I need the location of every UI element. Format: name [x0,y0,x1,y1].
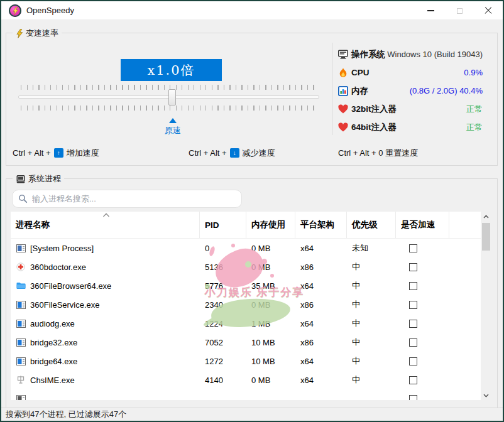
column-header-filler [449,212,481,238]
scrollbar-down-button[interactable] [481,391,491,400]
process-arch: x86 [295,333,347,352]
process-arch [295,389,347,400]
maximize-icon [457,8,463,14]
speed-group-title: 变速速率 [26,28,58,39]
search-icon [18,194,28,203]
accelerate-checkbox[interactable] [409,376,417,384]
table-scrollbar[interactable] [481,212,491,400]
arrow-up-key-icon: ↑ [54,148,63,158]
column-header-pid[interactable]: PID [200,212,246,238]
process-name: 360bdoctor.exe [30,262,86,272]
title-bar: OpenSpeedy [1,1,503,20]
process-arch: x64 [295,239,347,257]
medical-cross-icon [16,262,26,272]
process-memory: 0 MB [246,257,295,276]
ime-icon [16,375,26,385]
process-pid: 2340 [200,295,246,314]
speed-slider-handle[interactable] [168,89,176,106]
process-pid: 7052 [200,333,246,352]
origin-speed-label: 原速 [154,125,192,136]
info-row-injector32: 32bit注入器 正常 [338,100,483,118]
scrollbar-thumb[interactable] [482,223,490,251]
accelerate-checkbox[interactable] [409,357,417,365]
table-row[interactable] [11,389,481,400]
table-row[interactable]: 360bdoctor.exe 5136 0 MB x86 中 [11,257,481,276]
table-row[interactable]: audiodg.exe 1224 1 MB x64 中 [11,314,481,333]
close-button[interactable] [474,1,503,20]
window-icon [16,318,26,328]
accelerate-checkbox[interactable] [409,320,417,328]
window-icon [16,356,26,366]
window-icon [16,337,26,347]
process-priority: 中 [347,352,396,371]
heart-icon [338,122,348,133]
window-title: OpenSpeedy [26,6,74,15]
table-row[interactable]: 360FileBrowser64.exe 5776 35 MB x64 中 [11,276,481,295]
column-header-accelerate[interactable]: 是否加速 [396,212,449,238]
accelerate-checkbox[interactable] [409,301,417,309]
window-icon [16,300,26,310]
accelerate-checkbox[interactable] [409,338,417,347]
process-pid: 1224 [200,314,246,333]
process-pid: 5776 [200,276,246,295]
accelerate-checkbox[interactable] [409,395,417,401]
table-row[interactable]: bridge64.exe 1272 10 MB x64 中 [11,352,481,371]
sort-ascending-icon [102,213,110,217]
shortcut-increase-speed: Ctrl + Alt + ↑ 增加速度 [13,148,99,158]
maximize-button [445,1,474,20]
origin-speed-marker-icon [169,118,177,123]
table-row[interactable]: [System Process] 0 0 MB x64 未知 [11,239,481,257]
process-priority: 中 [347,371,396,389]
shortcut-prefix: Ctrl + Alt + [189,148,227,158]
process-arch: x64 [295,352,347,371]
column-header-arch[interactable]: 平台架构 [295,212,347,238]
process-group-title: 系统进程 [28,173,61,185]
chevron-down-icon [483,394,489,398]
process-arch: x86 [295,295,347,314]
process-search-box [12,190,242,208]
process-arch: x64 [295,276,347,295]
info-row-cpu: CPU 0.9% [338,63,483,82]
process-priority: 中 [347,333,396,352]
chevron-up-icon [483,215,489,219]
monitor-icon [338,50,348,60]
process-arch: x64 [295,371,347,389]
accelerate-checkbox[interactable] [409,282,417,290]
process-name: ChsIME.exe [30,376,75,385]
process-priority [347,389,396,400]
shortcut-decrease-speed: Ctrl + Alt + ↓ 减少速度 [189,148,275,158]
memory-chart-icon [338,86,348,96]
search-input[interactable] [31,193,236,204]
memory-label: 内存 [351,85,368,97]
close-icon [485,7,492,14]
process-pid: 1272 [200,352,246,371]
memory-value: (0.8G / 2.0G) 40.4% [410,86,483,95]
process-priority: 中 [347,314,396,333]
table-row[interactable]: ChsIME.exe 4140 0 MB x64 中 [11,371,481,389]
speed-group-label: 变速速率 [13,27,62,40]
table-row[interactable]: 360FileService.exe 2340 0 MB x86 中 [11,295,481,314]
process-priority: 未知 [347,239,396,257]
table-row[interactable]: bridge32.exe 7052 10 MB x86 中 [11,333,481,352]
accelerate-checkbox[interactable] [409,263,417,271]
cpu-value: 0.9% [464,68,483,77]
process-arch: x64 [295,314,347,333]
scrollbar-up-button[interactable] [481,212,491,221]
window-icon [16,243,26,253]
shortcut-label: 减少速度 [243,148,275,159]
shortcut-label: 增加速度 [67,148,99,159]
heart-icon [338,104,348,114]
lightning-bolt-icon [16,29,23,38]
accelerate-checkbox[interactable] [409,244,417,252]
column-header-memory[interactable]: 内存使用 [246,212,295,238]
shortcut-reset-speed: Ctrl + Alt + 0 重置速度 [338,148,418,158]
laptop-icon [16,175,26,183]
process-name: 360FileBrowser64.exe [30,281,111,291]
process-priority: 中 [347,257,396,276]
injector64-label: 64bit注入器 [351,122,397,133]
cpu-label: CPU [351,68,370,77]
column-header-priority[interactable]: 优先级 [347,212,396,238]
minimize-button[interactable] [416,1,445,20]
process-name: [System Process] [30,244,94,253]
injector32-label: 32bit注入器 [351,104,397,115]
